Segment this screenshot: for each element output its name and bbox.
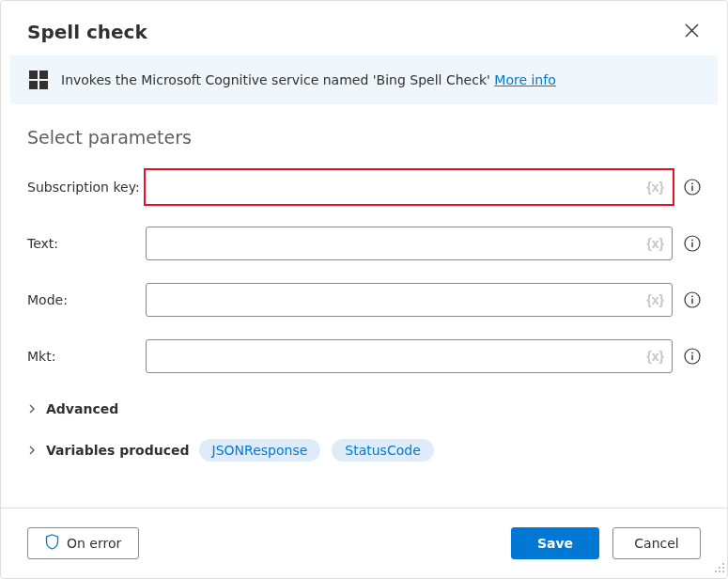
svg-point-13 <box>719 567 720 569</box>
dialog-header: Spell check <box>1 1 727 55</box>
svg-point-10 <box>691 352 693 353</box>
banner-description: Invokes the Microsoft Cognitive service … <box>61 72 494 87</box>
advanced-toggle[interactable]: Advanced <box>27 396 701 422</box>
info-banner: Invokes the Microsoft Cognitive service … <box>10 55 718 104</box>
save-button[interactable]: Save <box>511 527 599 559</box>
banner-text: Invokes the Microsoft Cognitive service … <box>61 72 556 87</box>
svg-point-7 <box>691 295 693 297</box>
svg-point-17 <box>722 571 724 572</box>
cancel-button[interactable]: Cancel <box>612 527 701 559</box>
chevron-right-icon <box>27 446 37 455</box>
svg-point-12 <box>722 563 724 565</box>
mode-label: Mode: <box>27 292 146 307</box>
resize-grip-icon[interactable] <box>714 561 725 576</box>
subscription-key-input[interactable] <box>146 170 673 204</box>
close-icon <box>685 23 699 40</box>
on-error-button[interactable]: On error <box>27 527 139 559</box>
svg-point-1 <box>691 182 693 184</box>
variable-chips: JSONResponse StatusCode <box>199 439 434 462</box>
text-label: Text: <box>27 236 146 251</box>
microsoft-squares-icon <box>29 70 48 89</box>
svg-rect-2 <box>691 186 692 192</box>
param-row-mkt: Mkt: {x} <box>27 339 701 373</box>
section-title: Select parameters <box>27 127 701 148</box>
param-row-text: Text: {x} <box>27 227 701 260</box>
dialog-body: Select parameters Subscription key: {x} … <box>1 104 727 508</box>
cancel-label: Cancel <box>634 536 678 551</box>
advanced-label: Advanced <box>46 401 118 416</box>
svg-rect-5 <box>691 243 692 248</box>
info-icon[interactable] <box>684 179 701 196</box>
variable-chip-jsonresponse[interactable]: JSONResponse <box>199 439 321 462</box>
param-row-mode: Mode: {x} <box>27 283 701 317</box>
dialog-title: Spell check <box>27 21 147 43</box>
spell-check-dialog: Spell check Invokes the Microsoft Cognit… <box>0 0 728 579</box>
mode-input[interactable] <box>146 283 673 317</box>
variables-produced-toggle[interactable]: Variables produced JSONResponse StatusCo… <box>27 433 701 467</box>
text-input[interactable] <box>146 227 673 260</box>
svg-point-15 <box>715 571 717 572</box>
info-icon[interactable] <box>684 235 701 252</box>
on-error-label: On error <box>67 536 121 551</box>
svg-rect-11 <box>691 355 692 361</box>
info-icon[interactable] <box>684 348 701 365</box>
svg-point-16 <box>719 571 720 572</box>
more-info-link[interactable]: More info <box>494 72 555 87</box>
subscription-key-label: Subscription key: <box>27 180 146 195</box>
chevron-right-icon <box>27 404 37 414</box>
svg-rect-8 <box>691 299 692 305</box>
variable-chip-statuscode[interactable]: StatusCode <box>332 439 433 462</box>
info-icon[interactable] <box>684 291 701 308</box>
svg-point-4 <box>691 239 693 241</box>
close-button[interactable] <box>681 20 703 44</box>
dialog-footer: On error Save Cancel <box>1 508 727 578</box>
mkt-label: Mkt: <box>27 349 146 364</box>
variables-produced-label: Variables produced <box>46 443 190 458</box>
svg-point-14 <box>722 567 724 569</box>
shield-icon <box>45 534 59 553</box>
save-label: Save <box>537 536 573 551</box>
param-row-subscription-key: Subscription key: {x} <box>27 170 701 204</box>
mkt-input[interactable] <box>146 339 673 373</box>
